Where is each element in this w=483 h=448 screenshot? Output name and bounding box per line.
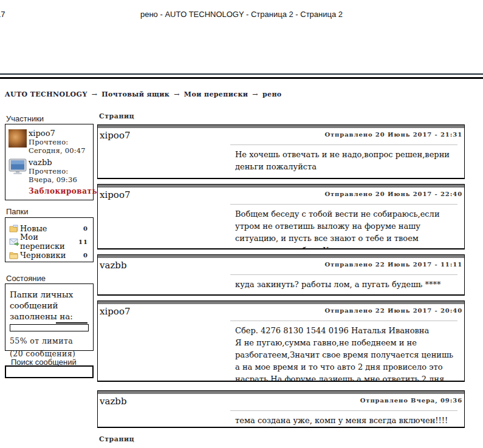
message-timestamp: Отправлено 22 Июнь 2017 - 20:40 (324, 307, 462, 314)
status-box: Папки личных сообщений заполнены на: 55%… (5, 283, 94, 351)
message-author-link[interactable]: vazbb (100, 396, 127, 407)
participant-read-status: Прочтено: Вчера, 09:36 (29, 167, 91, 184)
folder-row-conversations[interactable]: Мои переписки 11 (9, 235, 88, 248)
envelope-arrow-icon (9, 238, 20, 246)
message-card: xipoo7 Отправлено 22 Июнь 2017 - 20:40 С… (97, 300, 465, 382)
breadcrumb-arrow-icon: → (174, 90, 180, 98)
folders-box: Новые 0 Мои переписки 11 Черновики 0 (5, 217, 94, 262)
monitor-icon (9, 158, 27, 175)
avatar (9, 129, 29, 155)
pages-label-bottom: Страниц (99, 435, 465, 445)
horizontal-rule-thick (0, 77, 483, 79)
message-body: Сбер. 4276 8130 1544 0196 Наталья Иванов… (235, 325, 456, 382)
user-photo-avatar (9, 129, 27, 148)
message-body: тема создана уже, комп у меня всегда вкл… (235, 415, 456, 427)
message-divider (230, 274, 457, 275)
message-card: vazbb Отправлено Вчера, 09:36 тема созда… (97, 390, 465, 428)
folder-label[interactable]: Черновики (20, 251, 66, 260)
participant-name-link[interactable]: xipoo7 (29, 129, 91, 138)
folder-count: 0 (83, 252, 88, 259)
message-timestamp: Отправлено 22 Июнь 2017 - 11:11 (324, 261, 462, 268)
message-card: xipoo7 Отправлено 20 Июнь 2017 - 21:31 Н… (97, 124, 465, 179)
message-body: Вобщем беседу с тобой вести не собираюсь… (235, 208, 456, 249)
status-fill-text: Папки личных сообщений заполнены на: (10, 289, 89, 322)
pages-label-top: Страниц (99, 112, 465, 122)
status-limit-text: 55% от лимита (20 сообщения) (10, 334, 89, 360)
message-body: куда закинуть? работы лом, а пугать буде… (235, 279, 456, 291)
message-card: xipoo7 Отправлено 20 Июнь 2017 - 22:40 В… (97, 184, 465, 249)
avatar (9, 158, 29, 184)
message-divider (230, 321, 457, 321)
message-divider (230, 144, 457, 145)
breadcrumb-item-forum[interactable]: AUTO TECHNOLOGY (5, 90, 87, 98)
message-divider (230, 204, 457, 205)
participant-name-link[interactable]: vazbb (29, 158, 91, 167)
breadcrumb-arrow-icon: → (252, 90, 258, 98)
progress-bar-fill (56, 322, 87, 324)
message-divider (230, 410, 457, 411)
folder-label[interactable]: Мои переписки (20, 232, 78, 251)
message-timestamp: Отправлено 20 Июнь 2017 - 22:40 (324, 191, 462, 197)
participant-row: vazbb Прочтено: Вчера, 09:36 (9, 158, 91, 184)
message-timestamp: Отправлено Вчера, 09:36 (360, 397, 462, 404)
message-author-link[interactable]: xipoo7 (100, 306, 130, 317)
participants-section-title: Участники (6, 114, 44, 123)
breadcrumb-arrow-icon: → (92, 90, 98, 98)
folder-new-icon (9, 225, 20, 232)
message-card: vazbb Отправлено 22 Июнь 2017 - 11:11 ку… (97, 254, 465, 296)
breadcrumb-item-mailbox[interactable]: Почтовый ящик (101, 90, 170, 98)
status-section-title: Состояние (6, 274, 46, 283)
search-input[interactable] (5, 365, 94, 378)
folders-section-title: Папки (6, 207, 29, 216)
horizontal-rule-thin (0, 73, 483, 75)
participant-read-status: Прочтено: Сегодня, 00:47 (29, 138, 91, 155)
block-user-link[interactable]: Заблокировать (29, 187, 91, 195)
participants-box: xipoo7 Прочтено: Сегодня, 00:47 vazbb Пр… (5, 124, 94, 200)
progress-bar-track (10, 324, 89, 331)
messages-column: Страниц xipoo7 Отправлено 20 Июнь 2017 -… (97, 112, 465, 445)
message-author-link[interactable]: vazbb (100, 260, 127, 271)
breadcrumb: AUTO TECHNOLOGY→Почтовый ящик→Мои перепи… (5, 90, 282, 98)
participant-row: xipoo7 Прочтено: Сегодня, 00:47 (9, 129, 91, 155)
folder-drafts-icon (9, 251, 20, 259)
folder-label[interactable]: Новые (20, 224, 47, 233)
message-timestamp: Отправлено 20 Июнь 2017 - 21:31 (324, 131, 462, 138)
breadcrumb-item-conversations[interactable]: Мои переписки (184, 90, 248, 98)
message-author-link[interactable]: xipoo7 (100, 189, 130, 200)
print-title: рено - AUTO TECHNOLOGY - Страница 2 - Ст… (0, 10, 483, 19)
folder-count: 11 (78, 239, 88, 245)
message-body: Не хочешь отвечать и не надо,вопрос реше… (235, 149, 456, 173)
breadcrumb-item-topic[interactable]: рено (262, 90, 282, 98)
folder-count: 0 (83, 225, 88, 232)
message-author-link[interactable]: xipoo7 (100, 130, 130, 141)
